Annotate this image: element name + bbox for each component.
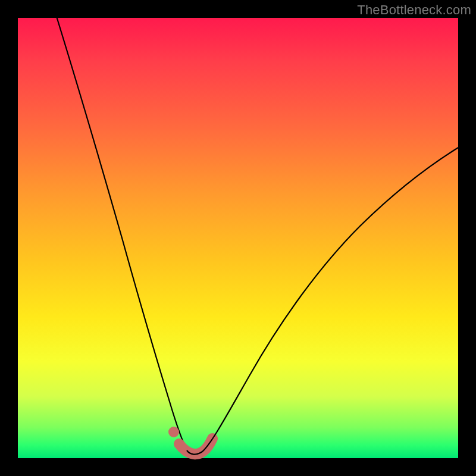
highlight-dot — [168, 427, 179, 437]
curve-left-branch — [55, 11, 187, 450]
watermark-text: TheBottleneck.com — [357, 2, 471, 18]
curve-layer — [18, 18, 458, 458]
chart-frame: TheBottleneck.com — [0, 0, 476, 476]
plot-area — [18, 18, 458, 458]
curve-right-branch — [187, 144, 464, 455]
